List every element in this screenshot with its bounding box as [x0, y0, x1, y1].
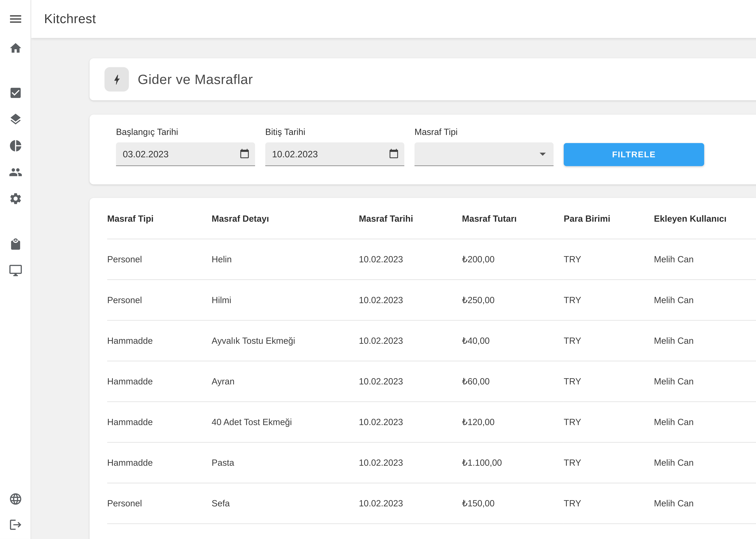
cell-amount: ₺26,00	[462, 524, 564, 539]
cell-currency: TRY	[564, 402, 654, 442]
table-row: HammaddeAyvalık Tostu Ekmeği10.02.2023₺4…	[107, 320, 756, 361]
sidebar-item-reports[interactable]	[6, 139, 25, 153]
globe-icon	[9, 492, 22, 506]
page-content: Gider ve Masraflar Gider İşlemi Ekle Mas…	[31, 38, 756, 539]
menu-button[interactable]	[0, 0, 31, 38]
column-header: Para Birimi	[564, 198, 654, 239]
cell-expense-type: Personel	[107, 280, 212, 320]
sidebar-item-pos-screen[interactable]	[6, 264, 25, 277]
sidebar-item-menu-layers[interactable]	[6, 113, 25, 126]
layers-icon	[9, 113, 22, 126]
page-title: Gider ve Masraflar	[138, 71, 253, 87]
gear-icon	[9, 192, 22, 205]
sidebar	[0, 0, 31, 539]
cell-currency: TRY	[564, 442, 654, 483]
app-window: Kitchrest Melih Can	[0, 0, 756, 539]
cell-currency: TRY	[564, 361, 654, 402]
sidebar-item-tasks[interactable]	[6, 86, 25, 100]
column-header: Masraf Tarihi	[359, 198, 462, 239]
end-date-input[interactable]	[265, 142, 404, 166]
cell-currency: TRY	[564, 280, 654, 320]
cell-expense-detail: Hilmi	[212, 280, 359, 320]
table-row: PersonelHelin10.02.2023₺200,00TRYMelih C…	[107, 239, 756, 280]
expenses-table-card: Masraf TipiMasraf DetayıMasraf TarihiMas…	[90, 198, 756, 539]
cell-amount: ₺40,00	[462, 320, 564, 361]
cell-expense-detail: Ayran	[212, 361, 359, 402]
sidebar-item-orders[interactable]	[6, 237, 25, 251]
cell-amount: ₺60,00	[462, 361, 564, 402]
cell-added-by: Melih Can	[654, 483, 756, 524]
cell-currency: TRY	[564, 483, 654, 524]
task-check-icon	[9, 86, 22, 100]
sidebar-item-home[interactable]	[6, 41, 25, 55]
logout-button[interactable]	[6, 518, 25, 532]
cell-expense-detail: Sefa	[212, 483, 359, 524]
sidebar-group-main	[6, 86, 25, 205]
cell-added-by: Melih Can	[654, 524, 756, 539]
column-header: Masraf Tipi	[107, 198, 212, 239]
table-header-row: Masraf TipiMasraf DetayıMasraf TarihiMas…	[107, 198, 756, 239]
table-row: Hammadde40 Adet Tost Ekmeği10.02.2023₺12…	[107, 402, 756, 442]
expenses-table: Masraf TipiMasraf DetayıMasraf TarihiMas…	[107, 198, 756, 539]
main-area: Kitchrest Melih Can	[31, 0, 756, 539]
sidebar-group-sales	[6, 237, 25, 277]
sidebar-item-settings[interactable]	[6, 192, 25, 205]
column-header: Masraf Detayı	[212, 198, 359, 239]
cell-added-by: Melih Can	[654, 320, 756, 361]
end-date-field: Bitiş Tarihi	[265, 127, 404, 166]
cell-expense-date: 10.02.2023	[359, 239, 462, 280]
table-row: HammaddeYufka10.02.2023₺26,00TRYMelih Ca…	[107, 524, 756, 539]
cell-expense-date: 10.02.2023	[359, 402, 462, 442]
column-header: Ekleyen Kullanıcı	[654, 198, 756, 239]
cell-expense-type: Hammadde	[107, 402, 212, 442]
table-row: PersonelSefa10.02.2023₺150,00TRYMelih Ca…	[107, 483, 756, 524]
cell-expense-date: 10.02.2023	[359, 524, 462, 539]
logout-icon	[9, 518, 22, 532]
filter-card: Başlangıç Tarihi Bitiş Tarihi Masraf Tip…	[90, 115, 756, 184]
cell-expense-type: Personel	[107, 239, 212, 280]
cell-expense-type: Hammadde	[107, 361, 212, 402]
app-header: Kitchrest Melih Can	[31, 0, 756, 38]
cell-expense-detail: Pasta	[212, 442, 359, 483]
cell-added-by: Melih Can	[654, 239, 756, 280]
cell-currency: TRY	[564, 239, 654, 280]
table-body: PersonelHelin10.02.2023₺200,00TRYMelih C…	[107, 239, 756, 539]
cell-expense-date: 10.02.2023	[359, 483, 462, 524]
pie-chart-icon	[9, 139, 22, 153]
cell-expense-date: 10.02.2023	[359, 320, 462, 361]
cell-expense-date: 10.02.2023	[359, 442, 462, 483]
language-button[interactable]	[6, 492, 25, 506]
table-row: HammaddePasta10.02.2023₺1.100,00TRYMelih…	[107, 442, 756, 483]
cell-amount: ₺200,00	[462, 239, 564, 280]
cell-expense-date: 10.02.2023	[359, 361, 462, 402]
bolt-icon	[105, 67, 129, 92]
cell-expense-date: 10.02.2023	[359, 280, 462, 320]
cell-expense-type: Hammadde	[107, 442, 212, 483]
shopping-bag-icon	[9, 237, 22, 251]
column-header: Masraf Tutarı	[462, 198, 564, 239]
chevron-down-icon	[535, 146, 550, 161]
people-icon	[9, 166, 22, 179]
start-date-input[interactable]	[116, 142, 255, 166]
expense-type-label: Masraf Tipi	[414, 127, 553, 137]
expense-type-field: Masraf Tipi	[414, 127, 553, 166]
sidebar-group-bottom	[6, 492, 25, 539]
cell-amount: ₺120,00	[462, 402, 564, 442]
sidebar-item-users[interactable]	[6, 166, 25, 179]
cell-expense-type: Hammadde	[107, 320, 212, 361]
cell-currency: TRY	[564, 524, 654, 539]
hamburger-icon	[8, 12, 23, 27]
end-date-label: Bitiş Tarihi	[265, 127, 404, 137]
expense-type-select[interactable]	[414, 142, 553, 166]
cell-added-by: Melih Can	[654, 442, 756, 483]
cell-expense-type: Hammadde	[107, 524, 212, 539]
cell-amount: ₺1.100,00	[462, 442, 564, 483]
filter-button[interactable]: FILTRELE	[564, 143, 704, 166]
home-icon	[9, 41, 22, 55]
table-row: HammaddeAyran10.02.2023₺60,00TRYMelih Ca…	[107, 361, 756, 402]
cell-added-by: Melih Can	[654, 280, 756, 320]
cell-expense-detail: Ayvalık Tostu Ekmeği	[212, 320, 359, 361]
cell-added-by: Melih Can	[654, 402, 756, 442]
cell-expense-detail: Helin	[212, 239, 359, 280]
cell-currency: TRY	[564, 320, 654, 361]
